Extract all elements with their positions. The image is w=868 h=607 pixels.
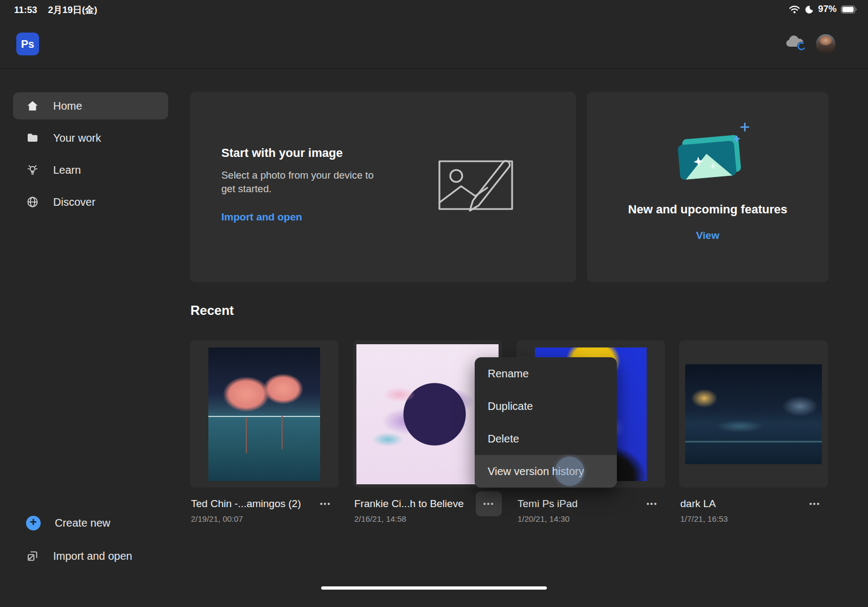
more-options-button-active[interactable] bbox=[476, 491, 502, 516]
recent-item-date: 2/19/21, 00:07 bbox=[191, 514, 243, 523]
sidebar-item-your-work[interactable]: Your work bbox=[13, 124, 168, 151]
recent-item-title: dark LA bbox=[680, 498, 804, 510]
status-date: 2月19日(金) bbox=[48, 4, 98, 16]
sidebar-item-label: Your work bbox=[53, 132, 101, 144]
more-options-button[interactable] bbox=[639, 491, 665, 516]
recent-heading: Recent bbox=[190, 303, 234, 318]
moon-icon bbox=[805, 5, 814, 14]
recent-item-flamingos: Ted Chin -...amingos (2) 2/19/21, 00:07 bbox=[190, 340, 339, 536]
touch-indicator bbox=[555, 457, 584, 486]
sidebar-item-label: Learn bbox=[53, 164, 81, 176]
recent-item-title: Temi Ps iPad bbox=[518, 498, 641, 510]
document-context-menu: Rename Duplicate Delete View version his… bbox=[475, 357, 617, 488]
new-features-card: New and upcoming features View bbox=[587, 92, 828, 282]
home-indicator-bar[interactable] bbox=[321, 586, 547, 590]
sidebar-item-label: Home bbox=[53, 100, 82, 112]
create-new-label: Create new bbox=[55, 517, 110, 529]
recent-item-title: Ted Chin -...amingos (2) bbox=[191, 498, 315, 510]
recent-thumbnail-dark-la[interactable] bbox=[679, 340, 828, 488]
more-options-button[interactable] bbox=[802, 491, 828, 516]
menu-item-label: Rename bbox=[488, 368, 529, 380]
recent-thumbnail-flamingos[interactable] bbox=[190, 340, 339, 488]
recent-item-date: 1/7/21, 16:53 bbox=[680, 514, 728, 523]
import-icon bbox=[26, 549, 39, 562]
home-icon bbox=[26, 99, 39, 112]
sidebar: Home Your work Learn bbox=[13, 92, 168, 216]
recent-item-dark-la: dark LA 1/7/21, 16:53 bbox=[679, 340, 828, 536]
globe-icon bbox=[26, 195, 39, 208]
folder-icon bbox=[26, 131, 39, 144]
status-bar: 11:53 2月19日(金) 97% bbox=[0, 0, 868, 18]
user-avatar[interactable] bbox=[816, 34, 835, 54]
sidebar-item-label: Discover bbox=[53, 196, 95, 208]
menu-item-label: Duplicate bbox=[488, 400, 533, 413]
battery-icon bbox=[841, 5, 857, 14]
menu-item-view-version-history[interactable]: View version history bbox=[475, 455, 617, 488]
sparkle-folder-illustration bbox=[659, 120, 757, 193]
features-view-link[interactable]: View bbox=[696, 230, 719, 242]
sidebar-item-discover[interactable]: Discover bbox=[13, 188, 168, 216]
create-new-button[interactable]: + Create new bbox=[13, 509, 168, 536]
features-card-title: New and upcoming features bbox=[628, 203, 787, 217]
recent-item-date: 2/16/21, 14:58 bbox=[354, 514, 406, 523]
lightbulb-icon bbox=[26, 163, 39, 176]
flamingos-artwork-image bbox=[208, 347, 320, 481]
menu-item-rename[interactable]: Rename bbox=[475, 357, 617, 390]
import-and-open-link[interactable]: Import and open bbox=[221, 211, 302, 223]
start-with-image-card: Start with your image Select a photo fro… bbox=[190, 92, 576, 282]
sidebar-footer: + Create new Import and open bbox=[13, 509, 168, 570]
menu-item-label: Delete bbox=[488, 433, 519, 445]
import-and-open-button[interactable]: Import and open bbox=[13, 542, 168, 570]
photoshop-ipad-home-screen: 11:53 2月19日(金) 97% bbox=[0, 0, 868, 607]
start-card-title: Start with your image bbox=[221, 146, 384, 160]
recent-item-title: Frankie Ci...h to Believe bbox=[354, 498, 478, 510]
menu-item-delete[interactable]: Delete bbox=[475, 422, 617, 455]
sidebar-item-home[interactable]: Home bbox=[13, 92, 168, 119]
start-card-description: Select a photo from your device to get s… bbox=[221, 169, 384, 196]
wifi-icon bbox=[789, 5, 800, 14]
recent-item-date: 1/20/21, 14:30 bbox=[518, 514, 570, 523]
menu-item-duplicate[interactable]: Duplicate bbox=[475, 390, 617, 422]
header-divider bbox=[0, 68, 868, 69]
more-options-button[interactable] bbox=[312, 491, 339, 516]
image-with-pen-icon bbox=[438, 159, 514, 217]
cloud-sync-icon[interactable] bbox=[783, 34, 808, 54]
status-time: 11:53 bbox=[14, 5, 37, 16]
dark-la-artwork-image bbox=[685, 364, 822, 464]
photoshop-app-logo: Ps bbox=[16, 33, 39, 55]
battery-percent: 97% bbox=[818, 4, 837, 15]
plus-circle-icon: + bbox=[26, 516, 41, 530]
sidebar-item-learn[interactable]: Learn bbox=[13, 156, 168, 184]
import-and-open-label: Import and open bbox=[53, 550, 132, 562]
